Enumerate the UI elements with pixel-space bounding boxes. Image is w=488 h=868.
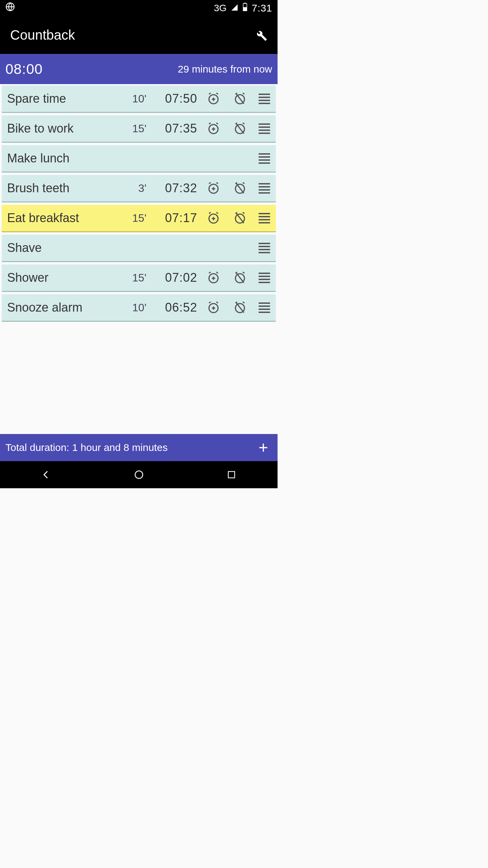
item-start-time: 07:32 (146, 181, 197, 195)
routine-item[interactable]: Shower15'07:02 (2, 264, 276, 292)
item-name: Bike to work (7, 121, 119, 136)
target-time: 08:00 (5, 61, 43, 77)
item-duration: 15' (119, 122, 146, 135)
item-start-time: 07:50 (146, 92, 197, 106)
signal-icon (231, 3, 238, 14)
drag-handle-icon[interactable] (258, 183, 271, 194)
routine-item[interactable]: Make lunch (2, 145, 276, 173)
settings-button[interactable] (252, 26, 267, 43)
total-bar: Total duration: 1 hour and 8 minutes + (0, 434, 278, 461)
network-type: 3G (214, 3, 226, 14)
item-start-time: 07:35 (146, 121, 197, 136)
app-title: Countback (10, 27, 75, 43)
alarm-add-icon[interactable] (203, 211, 224, 225)
drag-handle-icon[interactable] (258, 302, 271, 313)
home-button[interactable] (129, 465, 149, 485)
item-duration: 3' (119, 182, 146, 195)
alarm-add-icon[interactable] (203, 181, 224, 195)
drag-handle-icon[interactable] (258, 123, 271, 134)
total-duration-label: Total duration: 1 hour and 8 minutes (5, 442, 168, 453)
routine-item[interactable]: Bike to work15'07:35 (2, 115, 276, 143)
alarm-off-icon[interactable] (230, 181, 250, 195)
item-name: Shave (7, 241, 250, 255)
routine-item[interactable]: Eat breakfast15'07:17 (2, 205, 276, 232)
drag-handle-icon[interactable] (258, 94, 271, 104)
routine-list: Spare time10'07:50Bike to work15'07:35Ma… (0, 84, 278, 434)
routine-item[interactable]: Shave (2, 235, 276, 262)
item-duration: 10' (119, 93, 146, 105)
battery-icon (242, 2, 248, 14)
routine-item[interactable]: Spare time10'07:50 (2, 85, 276, 113)
status-clock: 7:31 (252, 2, 272, 14)
item-name: Eat breakfast (7, 211, 119, 225)
alarm-add-icon[interactable] (203, 92, 224, 105)
item-start-time: 07:17 (146, 211, 197, 225)
drag-handle-icon[interactable] (258, 213, 271, 223)
svg-point-16 (135, 471, 143, 479)
item-start-time: 06:52 (146, 300, 197, 315)
item-duration: 15' (119, 212, 146, 224)
alarm-add-icon[interactable] (203, 271, 224, 284)
item-name: Make lunch (7, 151, 250, 165)
svg-rect-2 (244, 3, 245, 3)
drag-handle-icon[interactable] (258, 273, 271, 283)
alarm-off-icon[interactable] (230, 211, 250, 225)
alarm-off-icon[interactable] (230, 301, 250, 314)
back-button[interactable] (36, 465, 57, 485)
item-duration: 10' (119, 301, 146, 314)
item-duration: 15' (119, 272, 146, 284)
alarm-off-icon[interactable] (230, 271, 250, 284)
item-name: Snooze alarm (7, 300, 119, 315)
routine-item[interactable]: Snooze alarm10'06:52 (2, 294, 276, 322)
item-name: Brush teeth (7, 181, 119, 195)
alarm-off-icon[interactable] (230, 92, 250, 105)
routine-item[interactable]: Brush teeth3'07:32 (2, 175, 276, 202)
android-nav-bar (0, 461, 278, 488)
alarm-add-icon[interactable] (203, 122, 224, 135)
alarm-add-icon[interactable] (203, 301, 224, 314)
item-start-time: 07:02 (146, 271, 197, 285)
add-button[interactable]: + (259, 441, 268, 454)
svg-rect-17 (228, 472, 235, 478)
status-bar: 3G 7:31 (0, 0, 278, 16)
item-name: Shower (7, 271, 119, 285)
drag-handle-icon[interactable] (258, 243, 271, 253)
svg-rect-3 (243, 7, 247, 11)
target-relative: 29 minutes from now (178, 63, 272, 75)
globe-icon (5, 2, 15, 14)
drag-handle-icon[interactable] (258, 153, 271, 164)
item-name: Spare time (7, 92, 119, 106)
alarm-off-icon[interactable] (230, 122, 250, 135)
target-time-bar[interactable]: 08:00 29 minutes from now (0, 54, 278, 84)
app-bar: Countback (0, 16, 278, 54)
recent-apps-button[interactable] (221, 465, 242, 485)
